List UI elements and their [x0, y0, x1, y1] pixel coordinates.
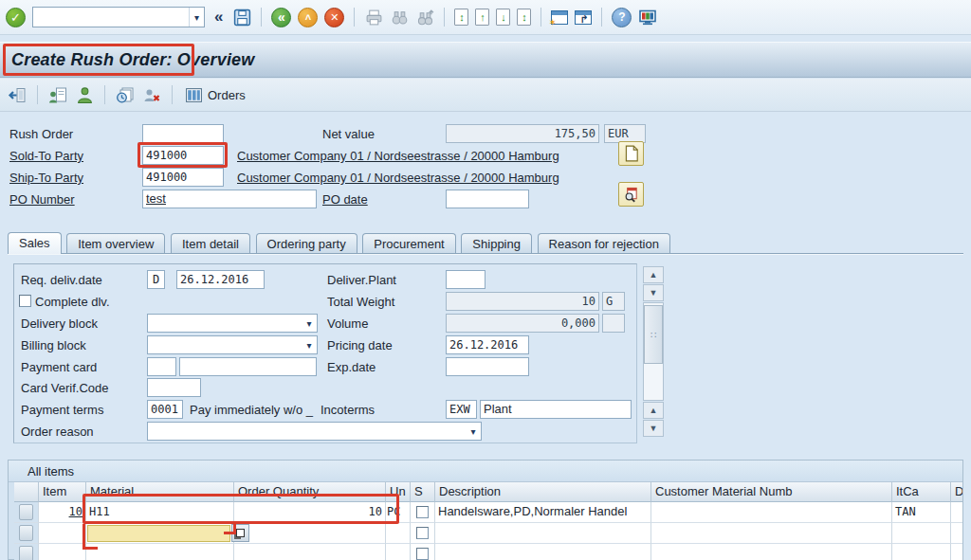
po-number-field[interactable]: test	[142, 190, 317, 208]
col-s[interactable]: S	[411, 482, 435, 502]
cell-order-quantity[interactable]: 10	[234, 502, 386, 523]
command-field[interactable]: ▾	[32, 7, 205, 27]
card-verif-code-field[interactable]	[147, 378, 201, 397]
col-material[interactable]: Material	[86, 482, 234, 502]
col-order-quantity[interactable]: Order Quantity	[234, 482, 386, 502]
cancel-icon[interactable]: ✕	[324, 8, 344, 27]
payment-card-number-field[interactable]	[179, 357, 317, 376]
sold-to-party-text[interactable]: Customer Company 01 / Nordseestrasse / 2…	[237, 149, 559, 163]
command-history-dropdown-icon[interactable]: ▾	[189, 8, 204, 27]
tab-shipping[interactable]: Shipping	[461, 233, 532, 254]
matchcode-button[interactable]	[231, 524, 249, 542]
scroll-down-icon[interactable]: ▼	[643, 420, 664, 437]
print-icon[interactable]	[364, 8, 383, 27]
cell-un[interactable]	[386, 523, 411, 544]
deliver-plant-field[interactable]	[446, 270, 486, 289]
cell-material[interactable]: H11	[86, 502, 234, 523]
cell-order-quantity[interactable]	[234, 523, 386, 544]
sold-to-party-field[interactable]: 491000	[142, 146, 224, 165]
po-date-label[interactable]: PO date	[322, 192, 368, 207]
display-document-button[interactable]	[618, 141, 644, 166]
material-input-focused[interactable]	[87, 525, 230, 542]
req-deliv-date-field[interactable]: 26.12.2016	[176, 270, 265, 289]
cell-un[interactable]	[386, 544, 411, 560]
billing-block-select[interactable]: ▾	[147, 335, 318, 354]
enter-icon[interactable]: ✓	[6, 8, 26, 27]
cell-customer-material[interactable]	[651, 502, 892, 523]
payment-terms-field[interactable]: 0001	[147, 400, 183, 419]
ship-to-party-text[interactable]: Customer Company 01 / Nordseestrasse / 2…	[237, 171, 559, 185]
col-selector[interactable]	[14, 482, 39, 502]
sold-to-party-label[interactable]: Sold-To Party	[9, 149, 83, 163]
col-itca[interactable]: ItCa	[892, 482, 951, 502]
ship-to-party-label[interactable]: Ship-To Party	[9, 171, 83, 185]
tab-item-detail[interactable]: Item detail	[171, 233, 250, 254]
scroll-up-icon[interactable]: ▲	[643, 402, 664, 419]
cell-description[interactable]: Handelsware,PD,Normaler Handel	[435, 502, 651, 523]
display-partner-icon[interactable]	[48, 85, 67, 104]
cell-material[interactable]	[86, 544, 234, 560]
row-select-button[interactable]	[19, 546, 33, 560]
customize-layout-icon[interactable]	[638, 8, 657, 27]
find-next-icon[interactable]	[415, 8, 434, 27]
payment-card-type-field[interactable]	[147, 357, 176, 376]
exit-door-icon[interactable]	[8, 85, 27, 104]
col-customer-material[interactable]: Customer Material Numb	[651, 482, 892, 502]
col-description[interactable]: Description	[435, 482, 651, 502]
col-item[interactable]: Item	[39, 482, 86, 502]
previous-page-icon[interactable]: ↑	[475, 9, 489, 26]
exit-up-icon[interactable]: ˄	[298, 8, 318, 27]
s-checkbox[interactable]	[416, 506, 429, 518]
tab-ordering-party[interactable]: Ordering party	[256, 233, 357, 254]
cell-item[interactable]	[39, 523, 86, 544]
scroll-down-icon[interactable]: ▼	[643, 284, 664, 301]
po-date-field[interactable]	[446, 190, 529, 208]
row-select-button[interactable]	[19, 525, 33, 541]
tab-reason-for-rejection[interactable]: Reason for rejection	[538, 233, 670, 254]
req-deliv-date-type-field[interactable]: D	[147, 270, 165, 289]
cell-customer-material[interactable]	[651, 523, 892, 544]
tab-procurement[interactable]: Procurement	[362, 233, 455, 254]
scroll-up-icon[interactable]: ▲	[643, 266, 664, 283]
cell-itca[interactable]	[892, 544, 951, 560]
create-shortcut-icon[interactable]	[575, 10, 592, 25]
order-reason-select[interactable]: ▾	[147, 422, 482, 441]
last-page-icon[interactable]: ↕	[517, 9, 531, 26]
first-page-icon[interactable]: ↕	[454, 9, 468, 26]
reject-person-icon[interactable]	[142, 85, 161, 104]
rush-order-field[interactable]	[142, 124, 224, 143]
cell-item[interactable]	[39, 544, 86, 560]
person-icon[interactable]	[75, 85, 94, 104]
search-documents-button[interactable]	[618, 182, 644, 207]
cell-customer-material[interactable]	[651, 544, 892, 560]
incoterms-code-field[interactable]: EXW	[446, 400, 477, 419]
delivery-block-select[interactable]: ▾	[147, 314, 318, 333]
find-icon[interactable]	[390, 8, 409, 27]
cell-un[interactable]: PC	[386, 502, 411, 523]
collapse-toolbar-icon[interactable]: «	[211, 8, 226, 27]
ship-to-party-field[interactable]: 491000	[142, 168, 224, 187]
cell-description[interactable]	[435, 523, 651, 544]
col-un[interactable]: Un	[386, 482, 411, 502]
help-icon[interactable]: ?	[612, 8, 632, 27]
cell-itca[interactable]: TAN	[892, 502, 951, 523]
s-checkbox[interactable]	[416, 527, 429, 539]
cell-order-quantity[interactable]	[234, 544, 386, 560]
pricing-date-field[interactable]: 26.12.2016	[446, 335, 529, 354]
back-icon[interactable]: «	[271, 8, 291, 27]
po-number-label[interactable]: PO Number	[9, 192, 75, 207]
cell-itca[interactable]	[892, 523, 951, 544]
tab-sales[interactable]: Sales	[8, 232, 62, 254]
row-select-button[interactable]	[19, 504, 33, 520]
save-icon[interactable]	[232, 8, 251, 27]
complete-dlv-checkbox[interactable]	[19, 295, 31, 307]
cell-item[interactable]: 10	[39, 502, 86, 523]
next-page-icon[interactable]: ↓	[496, 9, 510, 26]
s-checkbox[interactable]	[416, 548, 429, 560]
document-flow-icon[interactable]	[116, 85, 135, 104]
new-session-icon[interactable]	[551, 10, 568, 25]
cell-description[interactable]	[435, 544, 651, 560]
orders-button[interactable]: Orders	[183, 84, 251, 106]
scrollbar-thumb[interactable]: ∷	[644, 305, 663, 364]
incoterms-text-field[interactable]: Plant	[480, 400, 632, 419]
